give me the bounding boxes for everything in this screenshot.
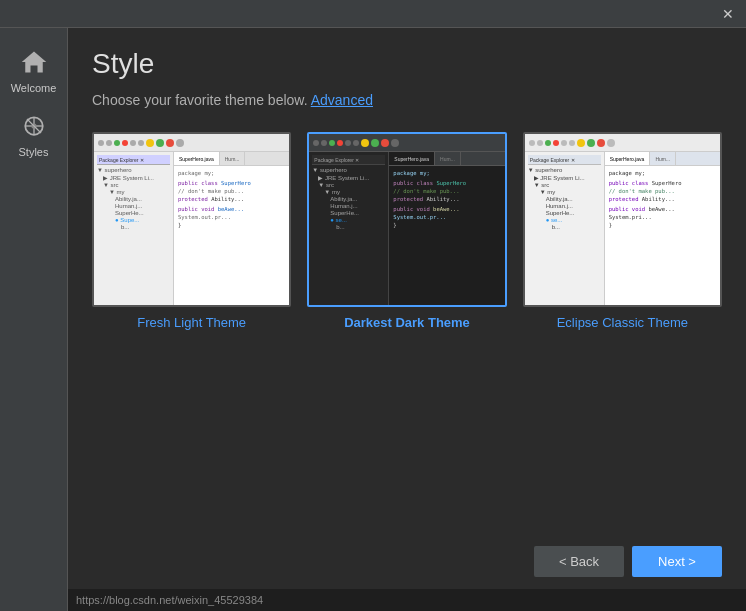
- bottom-bar: < Back Next >: [68, 534, 746, 589]
- theme-card-eclipse[interactable]: Package Explorer ✕ ▼ superhero ▶ JRE Sys…: [523, 132, 722, 330]
- theme-card-darkest-dark[interactable]: Package Explorer ✕ ▼ superhero ▶ JRE Sys…: [307, 132, 506, 330]
- styles-icon: [18, 110, 50, 142]
- sidebar-item-welcome-label: Welcome: [11, 82, 57, 94]
- content-area: Style Choose your favorite theme below. …: [68, 28, 746, 611]
- main-layout: Welcome Styles Style Choose you: [0, 28, 746, 611]
- themes-container: Package Explorer ✕ ▼ superhero ▶ JRE Sys…: [68, 128, 746, 333]
- theme-preview-eclipse: Package Explorer ✕ ▼ superhero ▶ JRE Sys…: [523, 132, 722, 307]
- advanced-link[interactable]: Advanced: [311, 92, 373, 108]
- theme-card-fresh-light[interactable]: Package Explorer ✕ ▼ superhero ▶ JRE Sys…: [92, 132, 291, 330]
- status-text: https://blog.csdn.net/weixin_45529384: [76, 594, 263, 606]
- sidebar-item-styles[interactable]: Styles: [0, 102, 67, 166]
- next-button[interactable]: Next >: [632, 546, 722, 577]
- theme-preview-fresh-light: Package Explorer ✕ ▼ superhero ▶ JRE Sys…: [92, 132, 291, 307]
- sidebar-item-styles-label: Styles: [19, 146, 49, 158]
- title-bar: ✕: [0, 0, 746, 28]
- status-bar: https://blog.csdn.net/weixin_45529384: [68, 589, 746, 611]
- close-button[interactable]: ✕: [718, 4, 738, 24]
- theme-preview-darkest-dark: Package Explorer ✕ ▼ superhero ▶ JRE Sys…: [307, 132, 506, 307]
- theme-label-eclipse: Eclipse Classic Theme: [557, 315, 688, 330]
- back-button[interactable]: < Back: [534, 546, 624, 577]
- page-title: Style: [92, 48, 722, 80]
- home-icon: [18, 46, 50, 78]
- theme-label-darkest-dark: Darkest Dark Theme: [344, 315, 470, 330]
- sidebar-item-welcome[interactable]: Welcome: [0, 38, 67, 102]
- theme-label-fresh-light: Fresh Light Theme: [137, 315, 246, 330]
- content-header: Style Choose your favorite theme below. …: [68, 28, 746, 128]
- subtitle: Choose your favorite theme below. Advanc…: [92, 92, 722, 108]
- sidebar: Welcome Styles: [0, 28, 68, 611]
- svg-marker-0: [21, 52, 46, 73]
